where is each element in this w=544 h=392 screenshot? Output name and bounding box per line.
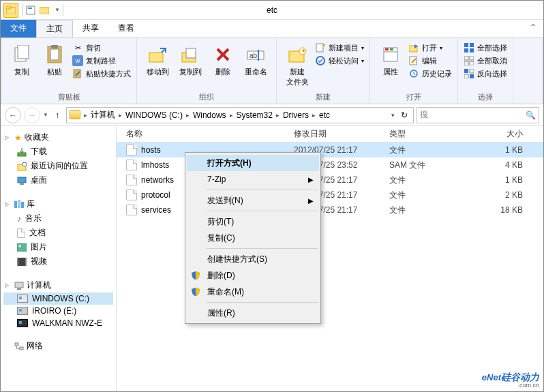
window-title: etc: [267, 5, 277, 15]
sidebar-item-drive-e[interactable]: IROIRO (E:): [3, 305, 113, 317]
svg-rect-31: [464, 48, 468, 52]
qat-newfolder-icon[interactable]: [40, 6, 53, 14]
sidebar-libraries-header[interactable]: ▷库: [3, 197, 113, 211]
file-name: networks: [141, 175, 174, 185]
ctx-cut[interactable]: 剪切(T): [187, 213, 319, 230]
svg-rect-39: [464, 74, 468, 78]
tab-view[interactable]: 查看: [108, 20, 144, 37]
up-button[interactable]: ↑: [51, 110, 63, 120]
svg-rect-13: [186, 48, 196, 58]
sidebar-computer-header[interactable]: ▷计算机: [3, 278, 113, 292]
sidebar-item-desktop[interactable]: 桌面: [3, 173, 113, 187]
file-row[interactable]: services2012/07/25 21:17文件18 KB: [117, 202, 543, 217]
file-name: lmhosts: [141, 160, 169, 170]
sidebar-item-walkman[interactable]: WALKMAN NWZ-E: [3, 317, 113, 329]
ctx-delete[interactable]: 删除(D): [187, 267, 319, 284]
qat-dropdown-icon[interactable]: ▼: [55, 7, 60, 13]
new-folder-button[interactable]: ✦ 新建 文件夹: [282, 41, 312, 87]
ctx-open-with[interactable]: 打开方式(H): [187, 155, 319, 171]
history-button[interactable]: 历史记录: [408, 68, 452, 79]
file-row[interactable]: networks2012/07/25 21:17文件1 KB: [117, 172, 543, 187]
breadcrumb[interactable]: ▸ 计算机▸ WINDOWS (C:)▸ Windows▸ System32▸ …: [66, 107, 414, 123]
file-icon: [126, 205, 137, 215]
new-item-button[interactable]: ✦新建项目 ▾: [315, 42, 364, 53]
svg-rect-1: [6, 6, 10, 9]
forward-button[interactable]: →: [24, 107, 40, 123]
context-menu: 打开方式(H) 7-Zip▶ 发送到(N)▶ 剪切(T) 复制(C) 创建快捷方…: [185, 152, 321, 324]
edit-button[interactable]: 编辑: [408, 55, 452, 66]
delete-button[interactable]: 删除: [208, 41, 238, 77]
folder-app-icon: [3, 3, 18, 18]
file-row[interactable]: protocol2012/07/25 21:17文件2 KB: [117, 187, 543, 202]
back-button[interactable]: ←: [5, 107, 21, 123]
tab-file[interactable]: 文件: [1, 20, 36, 37]
breadcrumb-dropdown-icon[interactable]: ▾: [388, 112, 398, 119]
tab-home[interactable]: 主页: [36, 20, 73, 37]
sidebar-item-recent[interactable]: 最近访问的位置: [3, 159, 113, 173]
svg-rect-56: [15, 343, 18, 346]
svg-rect-33: [464, 56, 468, 60]
select-none-button[interactable]: 全部取消: [464, 55, 507, 66]
ribbon: 复制 粘贴 ✂剪切 w复制路径 粘贴快捷方式 剪贴板 移动到 复制到: [1, 37, 543, 104]
ctx-7zip[interactable]: 7-Zip▶: [187, 171, 319, 187]
group-select: 全部选择 全部取消 反向选择 选择: [458, 38, 513, 104]
open-button[interactable]: 打开 ▾: [408, 42, 452, 53]
ctx-rename[interactable]: 重命名(M): [187, 284, 319, 300]
sidebar-item-drive-c[interactable]: WINDOWS (C:): [3, 292, 113, 305]
recent-dropdown-icon[interactable]: ▼: [43, 112, 48, 118]
rename-button[interactable]: ab 重命名: [241, 41, 271, 77]
quick-access-toolbar: ▼ etc: [1, 1, 543, 20]
tab-share[interactable]: 共享: [73, 20, 108, 37]
svg-rect-41: [18, 153, 26, 156]
ribbon-collapse-icon[interactable]: ⌃: [523, 20, 543, 37]
svg-rect-44: [18, 177, 26, 183]
copy-to-button[interactable]: 复制到: [175, 41, 205, 77]
ctx-properties[interactable]: 属性(R): [187, 305, 319, 321]
search-input[interactable]: 搜 🔍: [417, 107, 539, 123]
sidebar-favorites-header[interactable]: ▷★收藏夹: [3, 130, 113, 145]
sidebar-item-music[interactable]: ♪音乐: [3, 211, 113, 226]
file-icon: [126, 145, 137, 155]
move-to-button[interactable]: 移动到: [142, 41, 172, 77]
svg-rect-37: [464, 69, 468, 73]
svg-rect-40: [470, 74, 474, 78]
sidebar-network-header[interactable]: 网络: [3, 339, 113, 353]
sidebar-item-pictures[interactable]: 图片: [3, 240, 113, 254]
svg-rect-8: [50, 49, 59, 60]
ctx-send-to[interactable]: 发送到(N)▶: [187, 192, 319, 209]
cut-button[interactable]: ✂剪切: [72, 42, 131, 53]
copy-path-button[interactable]: w复制路径: [72, 55, 131, 66]
file-name: hosts: [141, 145, 161, 155]
paste-shortcut-button[interactable]: 粘贴快捷方式: [72, 68, 131, 79]
copy-button[interactable]: 复制: [7, 41, 37, 77]
paste-button[interactable]: 粘贴: [40, 41, 70, 77]
sidebar-item-documents[interactable]: 文档: [3, 226, 113, 240]
file-size: 4 KB: [457, 160, 543, 170]
folder-icon: [70, 110, 80, 119]
refresh-icon[interactable]: ↻: [398, 110, 410, 120]
svg-rect-35: [464, 61, 468, 65]
properties-button[interactable]: 属性: [376, 41, 406, 77]
column-headers[interactable]: 名称 修改日期 类型 大小: [117, 126, 543, 142]
svg-point-50: [18, 245, 21, 247]
file-row[interactable]: hosts2012/07/25 21:17文件1 KB: [117, 142, 543, 157]
file-row[interactable]: lmhosts2012/07/25 23:52SAM 文件4 KB: [117, 157, 543, 172]
easy-access-button[interactable]: 轻松访问 ▾: [315, 55, 364, 66]
svg-rect-4: [40, 7, 49, 14]
invert-select-button[interactable]: 反向选择: [464, 68, 507, 79]
svg-rect-57: [20, 347, 23, 350]
select-all-button[interactable]: 全部选择: [464, 42, 507, 53]
svg-text:ab: ab: [250, 52, 258, 59]
svg-rect-52: [17, 258, 18, 266]
file-type: 文件: [389, 145, 457, 156]
group-open: 属性 打开 ▾ 编辑 历史记录 打开: [370, 38, 458, 104]
sidebar-item-videos[interactable]: 视频: [3, 254, 113, 269]
file-type: 文件: [389, 175, 457, 186]
ctx-create-shortcut[interactable]: 创建快捷方式(S): [187, 251, 319, 267]
ribbon-tabs: 文件 主页 共享 查看 ⌃: [1, 20, 543, 37]
sidebar-item-downloads[interactable]: 下载: [3, 145, 113, 159]
qat-properties-icon[interactable]: [26, 5, 40, 15]
ctx-copy[interactable]: 复制(C): [187, 230, 319, 246]
svg-rect-32: [470, 48, 474, 52]
svg-rect-30: [470, 43, 474, 47]
